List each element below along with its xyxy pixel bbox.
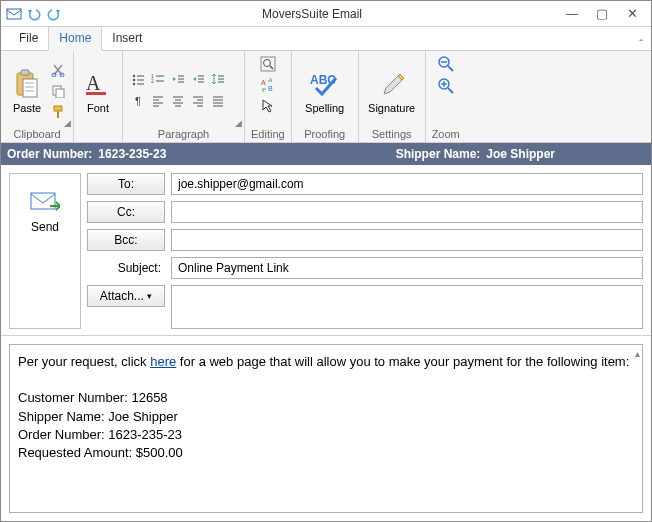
tab-file[interactable]: File bbox=[9, 27, 48, 50]
body-order-value: 1623-235-23 bbox=[108, 427, 182, 442]
send-icon bbox=[30, 192, 60, 214]
cc-button[interactable]: Cc: bbox=[87, 201, 165, 223]
svg-text:A: A bbox=[261, 79, 266, 86]
align-right-icon[interactable] bbox=[189, 92, 207, 110]
message-header: Send To: Cc: Bcc: Subject: Attach... ▾ bbox=[1, 165, 651, 336]
group-label-proofing: Proofing bbox=[298, 127, 352, 140]
to-field[interactable] bbox=[171, 173, 643, 195]
ribbon-tabs: File Home Insert ˆ bbox=[1, 27, 651, 51]
group-proofing: ABC Spelling Proofing bbox=[292, 51, 359, 142]
copy-icon[interactable] bbox=[49, 82, 67, 100]
group-label-font bbox=[80, 127, 116, 140]
to-button[interactable]: To: bbox=[87, 173, 165, 195]
increase-indent-icon[interactable] bbox=[189, 70, 207, 88]
svg-rect-12 bbox=[57, 111, 59, 118]
group-settings: Signature Settings bbox=[359, 51, 426, 142]
group-label-clipboard: Clipboard bbox=[7, 127, 67, 140]
align-left-icon[interactable] bbox=[149, 92, 167, 110]
dialog-launcher-icon[interactable]: ◢ bbox=[235, 118, 242, 128]
scroll-up-icon[interactable]: ▴ bbox=[635, 347, 640, 361]
bcc-field[interactable] bbox=[171, 229, 643, 251]
body-shipper-label: Shipper Name: bbox=[18, 409, 105, 424]
find-icon[interactable] bbox=[259, 55, 277, 73]
spelling-button[interactable]: ABC Spelling bbox=[298, 59, 352, 123]
pilcrow-icon[interactable]: ¶ bbox=[129, 92, 147, 110]
svg-text:2: 2 bbox=[151, 78, 154, 84]
redo-icon[interactable] bbox=[45, 5, 63, 23]
group-zoom: Zoom bbox=[426, 51, 466, 142]
svg-text:A: A bbox=[86, 72, 101, 94]
group-label-editing: Editing bbox=[251, 127, 285, 140]
cut-icon[interactable] bbox=[49, 61, 67, 79]
chevron-down-icon: ▾ bbox=[147, 291, 152, 301]
signature-icon bbox=[376, 68, 408, 100]
app-icon bbox=[5, 5, 23, 23]
svg-point-15 bbox=[133, 75, 135, 77]
tab-home[interactable]: Home bbox=[48, 26, 102, 51]
subject-field[interactable] bbox=[171, 257, 643, 279]
svg-rect-11 bbox=[54, 106, 62, 111]
body-text: Per your request, click bbox=[18, 354, 150, 369]
group-paragraph: 12 ¶ Paragraph ◢ bbox=[123, 51, 245, 142]
spelling-icon: ABC bbox=[309, 68, 341, 100]
customer-number-label: Customer Number: bbox=[18, 390, 128, 405]
justify-icon[interactable] bbox=[209, 92, 227, 110]
requested-amount-label: Requested Amount: bbox=[18, 445, 132, 460]
numbering-icon[interactable]: 12 bbox=[149, 70, 167, 88]
paste-button[interactable]: Paste bbox=[7, 59, 47, 123]
svg-rect-10 bbox=[56, 89, 64, 98]
select-icon[interactable] bbox=[259, 97, 277, 115]
group-label-paragraph: Paragraph bbox=[129, 127, 238, 140]
svg-point-17 bbox=[133, 79, 135, 81]
attach-button[interactable]: Attach... ▾ bbox=[87, 285, 165, 307]
font-icon: A bbox=[82, 68, 114, 100]
bullets-icon[interactable] bbox=[129, 70, 147, 88]
close-button[interactable]: ✕ bbox=[621, 5, 643, 23]
collapse-ribbon-icon[interactable]: ˆ bbox=[631, 38, 651, 50]
group-label-zoom: Zoom bbox=[432, 127, 460, 140]
svg-rect-3 bbox=[23, 79, 37, 97]
message-body[interactable]: ▴ Per your request, click here for a web… bbox=[9, 344, 643, 513]
shipper-name-value: Joe Shipper bbox=[486, 147, 555, 161]
zoom-in-icon[interactable] bbox=[437, 77, 455, 95]
body-text: for a web page that will allow you to ma… bbox=[176, 354, 629, 369]
cc-field[interactable] bbox=[171, 201, 643, 223]
order-number-value: 1623-235-23 bbox=[98, 147, 166, 161]
signature-button[interactable]: Signature bbox=[365, 59, 419, 123]
font-button[interactable]: A Font bbox=[80, 59, 116, 123]
svg-line-62 bbox=[448, 88, 453, 93]
attachments-field[interactable] bbox=[171, 285, 643, 329]
titlebar: MoversSuite Email — ▢ ✕ bbox=[1, 1, 651, 27]
group-editing: AB Editing bbox=[245, 51, 292, 142]
svg-text:B: B bbox=[268, 85, 273, 92]
ribbon: Paste Clipboard ◢ A Font 12 bbox=[1, 51, 651, 143]
send-button[interactable]: Send bbox=[9, 173, 81, 329]
group-clipboard: Paste Clipboard ◢ bbox=[1, 51, 74, 142]
line-spacing-icon[interactable] bbox=[209, 70, 227, 88]
svg-rect-14 bbox=[86, 92, 106, 95]
minimize-button[interactable]: — bbox=[561, 5, 583, 23]
group-font: A Font bbox=[74, 51, 123, 142]
spelling-label: Spelling bbox=[305, 102, 344, 114]
order-number-label: Order Number: bbox=[7, 147, 92, 161]
tab-insert[interactable]: Insert bbox=[102, 27, 152, 50]
payment-link[interactable]: here bbox=[150, 354, 176, 369]
decrease-indent-icon[interactable] bbox=[169, 70, 187, 88]
svg-point-19 bbox=[133, 83, 135, 85]
signature-label: Signature bbox=[368, 102, 415, 114]
svg-rect-0 bbox=[7, 9, 21, 19]
paste-label: Paste bbox=[13, 102, 41, 114]
bcc-button[interactable]: Bcc: bbox=[87, 229, 165, 251]
subject-label: Subject: bbox=[87, 257, 165, 279]
window-buttons: — ▢ ✕ bbox=[561, 5, 651, 23]
maximize-button[interactable]: ▢ bbox=[591, 5, 613, 23]
align-center-icon[interactable] bbox=[169, 92, 187, 110]
svg-point-51 bbox=[263, 60, 270, 67]
customer-number-value: 12658 bbox=[131, 390, 167, 405]
info-bar: Order Number: 1623-235-23 Shipper Name: … bbox=[1, 143, 651, 165]
dialog-launcher-icon[interactable]: ◢ bbox=[64, 118, 71, 128]
undo-icon[interactable] bbox=[25, 5, 43, 23]
zoom-out-icon[interactable] bbox=[437, 55, 455, 73]
quick-access-toolbar bbox=[1, 5, 63, 23]
replace-icon[interactable]: AB bbox=[259, 76, 277, 94]
